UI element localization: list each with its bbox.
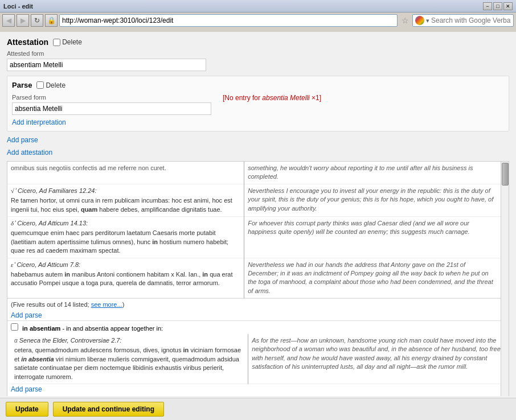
table-row: δˈ Cicero, Ad Atticum 14.13: quemcumque …	[7, 216, 501, 258]
add-attestation-link[interactable]: Add attestation	[7, 149, 509, 157]
table-row: √ˈ Cicero, Ad Familiares 12.24: Re tamen…	[7, 184, 501, 216]
parse-delete-label[interactable]: Delete	[36, 81, 65, 89]
minimize-button[interactable]: −	[483, 2, 492, 10]
search-dropdown-icon: ▾	[426, 17, 429, 24]
add-parse-link-1[interactable]: Add parse	[7, 136, 509, 144]
refresh-button[interactable]: ↻	[31, 14, 43, 27]
translation-cell-2: For whoever this corrupt party thinks wa…	[244, 216, 501, 258]
search-area[interactable]: ▾	[412, 14, 514, 27]
scrollbar-thumb[interactable]	[502, 163, 509, 186]
parsed-form-row: Parsed form [No entry for absentia Metel…	[12, 94, 504, 115]
forward-button[interactable]: ▶	[17, 14, 29, 27]
lock-icon: 🔒	[45, 14, 58, 27]
attestation-delete-checkbox[interactable]	[53, 39, 60, 46]
results-info: (Five results out of 14 listed; see more…	[7, 298, 509, 310]
seneca-translation: As for the rest—how an unknown, handsome…	[248, 334, 505, 384]
see-more-link[interactable]: see more...	[91, 301, 122, 308]
address-input[interactable]	[62, 17, 395, 24]
in-absentiam-checkbox[interactable]	[11, 323, 18, 331]
seneca-latin: α Seneca the Elder, Controversiae 2.7: c…	[11, 334, 248, 384]
seneca-table: α Seneca the Elder, Controversiae 2.7: c…	[11, 334, 505, 384]
window-controls[interactable]: − □ ✕	[483, 2, 513, 10]
parse-section: Parse Delete Parsed form [No entry for a…	[7, 76, 509, 131]
add-parse-link-2[interactable]: Add parse	[11, 311, 42, 319]
nav-bar: ◀ ▶ ↻ 🔒 ☆ ▾	[0, 13, 516, 28]
parse-delete-checkbox[interactable]	[36, 81, 44, 89]
parsed-form-label-area: Parsed form	[12, 94, 211, 115]
add-interpretation-link[interactable]: Add interpretation	[12, 118, 66, 126]
in-absentiam-section: in absentiam - in and absentia appear to…	[7, 320, 509, 396]
attested-form-label: Attested form	[7, 50, 509, 57]
latin-cell: √ˈ Cicero, Ad Familiares 12.24: Re tamen…	[7, 184, 244, 216]
bottom-action-bar: Update Update and continue editing	[0, 398, 516, 420]
address-bar[interactable]	[59, 14, 398, 27]
table-row: εˈ Cicero, Ad Atticum 7.8: habebamus aut…	[7, 258, 501, 298]
content-area: Attestation Delete Attested form Parse D…	[0, 32, 516, 396]
parsed-form-input[interactable]	[12, 102, 211, 115]
latin-cell: omnibus suis negotiis confectis ad me re…	[7, 162, 244, 184]
results-container: omnibus suis negotiis confectis ad me re…	[7, 161, 509, 396]
results-scrollbar[interactable]	[501, 162, 509, 396]
close-button[interactable]: ✕	[503, 2, 513, 10]
latin-cell: εˈ Cicero, Ad Atticum 7.8: habebamus aut…	[7, 258, 244, 298]
window-title: Loci - edit	[3, 3, 33, 10]
citation-text: √ˈ Cicero, Ad Familiares 12.24:	[11, 187, 240, 195]
table-row: α Seneca the Elder, Controversiae 2.7: c…	[11, 334, 505, 384]
update-continue-button[interactable]: Update and continue editing	[53, 402, 164, 417]
translation-cell: something, he wouldn't worry about repor…	[244, 162, 501, 184]
attestation-delete-label[interactable]: Delete	[53, 38, 82, 46]
add-parse-area: Add parse	[7, 310, 509, 320]
parse-title: Parse	[12, 81, 32, 89]
attested-form-input[interactable]	[7, 59, 206, 71]
results-table: omnibus suis negotiis confectis ad me re…	[7, 162, 501, 298]
attestation-header: Attestation Delete	[7, 38, 509, 47]
no-entry-message: [No entry for absentia Metelli ×1]	[223, 94, 321, 102]
maximize-button[interactable]: □	[493, 2, 502, 10]
parsed-form-label: Parsed form	[12, 94, 211, 101]
in-absentiam-label: in absentiam	[22, 325, 60, 332]
add-parse-link-3[interactable]: Add parse	[11, 385, 42, 393]
citation-text-2: δˈ Cicero, Ad Atticum 14.13:	[11, 219, 240, 228]
citation-text-3: εˈ Cicero, Ad Atticum 7.8:	[11, 261, 240, 269]
back-button[interactable]: ◀	[2, 14, 15, 27]
translation-cell: Nevertheless I encourage you to invest a…	[244, 184, 501, 216]
parse-header: Parse Delete	[12, 81, 504, 89]
latin-cell: δˈ Cicero, Ad Atticum 14.13: quemcumque …	[7, 216, 244, 258]
search-input[interactable]	[431, 17, 511, 24]
add-parse-area-3: Add parse	[11, 384, 505, 394]
translation-cell-3: Nevertheless we had in our hands the add…	[244, 258, 501, 298]
page-content: Attestation Delete Attested form Parse D…	[0, 32, 516, 396]
bookmark-star[interactable]: ☆	[399, 14, 411, 27]
google-icon	[415, 16, 424, 25]
title-bar: Loci - edit − □ ✕	[0, 0, 516, 13]
attestation-title: Attestation	[7, 38, 48, 47]
update-button[interactable]: Update	[6, 402, 48, 417]
table-row: omnibus suis negotiis confectis ad me re…	[7, 162, 501, 184]
